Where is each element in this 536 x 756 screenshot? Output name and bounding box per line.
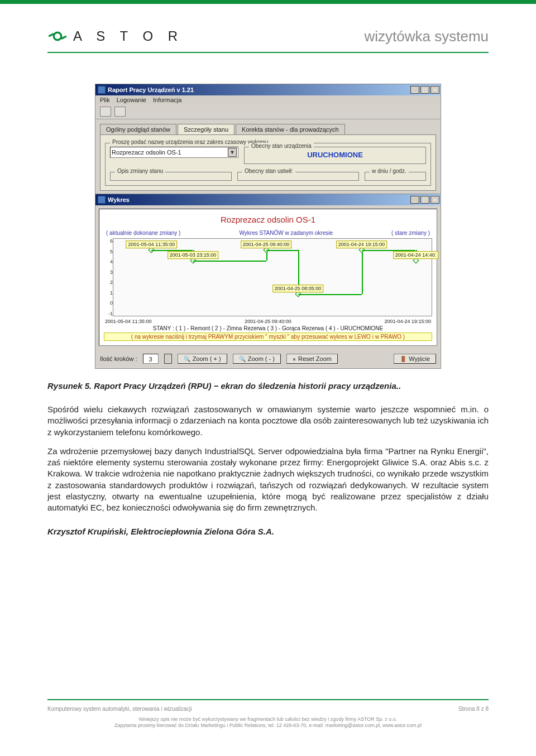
chart-close-button[interactable]: × — [430, 196, 439, 204]
chart-callout: 2001-04-25 09:40:00 — [241, 240, 292, 248]
reset-zoom-icon: ✕ — [293, 356, 296, 362]
xlabel: 2001-04-24 19:15:00 — [384, 319, 431, 324]
steps-label: Ilość kroków : — [100, 355, 137, 362]
figure-caption: Rysunek 5. Raport Pracy Urządzeń (RPU) −… — [47, 381, 489, 391]
zoom-out-icon: 🔍 — [239, 356, 246, 362]
toolbar-button-2[interactable] — [114, 107, 126, 117]
chart-callout: 2001-05-03 23:15:00 — [168, 252, 219, 259]
tab-ogolny[interactable]: Ogólny podgląd stanów — [100, 124, 176, 134]
ytick: 6 — [105, 238, 113, 244]
ytick: 5 — [105, 249, 113, 254]
opis-zmiany-legend: Opis zmiany stanu — [115, 168, 165, 174]
minimize-button[interactable]: _ — [410, 86, 419, 94]
page-footer: Komputerowy system automatyki, sterowani… — [47, 682, 489, 729]
ytick: -1 — [105, 311, 113, 316]
tab-panel: Proszę podać nazwę urządzenia oraz zakre… — [100, 134, 436, 191]
chart-plot-area[interactable]: 2001-05-04 11:35:002001-05-03 23:15:0020… — [113, 238, 432, 316]
zoom-in-label: Zoom ( + ) — [193, 355, 221, 362]
close-button[interactable]: × — [430, 86, 439, 94]
chart-callout: 2001-04-24 19:15:00 — [336, 240, 387, 248]
device-range-legend: Proszę podać nazwę urządzenia oraz zakre… — [110, 139, 271, 145]
device-range-fieldset: Proszę podać nazwę urządzenia oraz zakre… — [105, 143, 431, 186]
ustawil-fieldset: Obecny stan ustwił: — [237, 172, 359, 181]
document-section-label: wizytówka systemu — [365, 28, 489, 45]
device-combo[interactable]: Rozprezacz odsolin OS-1 ▼ — [110, 147, 238, 158]
chart-x-axis-labels: 2001-05-04 11:35:00 2001-04-25 09:40:00 … — [105, 319, 431, 324]
chart-line-segment — [266, 250, 298, 251]
chart-label-center: Wykres STANÓW w zadanym okresie — [239, 230, 333, 236]
exit-label: Wyjście — [409, 355, 430, 362]
zoom-in-icon: 🔍 — [184, 356, 190, 362]
dniu-fieldset: w dniu / godz. — [365, 172, 426, 181]
dniu-legend: w dniu / godz. — [370, 168, 409, 174]
tab-korekta[interactable]: Korekta stanów - dla prowadzących — [236, 124, 345, 134]
chart-window: Wykres _ □ × Rozprezacz odsolin OS-1 ( a… — [95, 194, 441, 369]
chart-line-segment — [298, 294, 362, 295]
body-text: Spośród wielu ciekawych rozwiązań zastos… — [47, 404, 489, 521]
chart-line-segment — [362, 250, 363, 294]
footer-left: Komputerowy system automatyki, sterowani… — [47, 706, 192, 712]
top-border-bar — [0, 0, 536, 4]
ytick: 0 — [105, 300, 113, 306]
zoom-out-label: Zoom ( - ) — [248, 355, 275, 362]
chart-body: Rozprezacz odsolin OS-1 ( aktualnie doko… — [99, 209, 437, 346]
tab-szczegoly[interactable]: Szczegóły stanu — [178, 124, 234, 134]
exit-button[interactable]: 🚪Wyjście — [394, 354, 436, 364]
menu-informacja[interactable]: Informacja — [153, 97, 181, 103]
paragraph: Za wdrożenie przemysłowej bazy danych In… — [47, 446, 489, 514]
reset-zoom-button[interactable]: ✕Reset Zoom — [286, 354, 338, 364]
author-line: Krzysztof Krupiński, Elektrociepłownia Z… — [47, 527, 489, 536]
menu-bar: Plik Logowanie Informacja — [95, 95, 441, 104]
chart-line-segment — [151, 250, 193, 251]
chart-callout: 2001-04-24 14:40: — [393, 252, 439, 259]
ytick: 1 — [105, 290, 113, 296]
steps-spinner[interactable] — [164, 354, 172, 364]
chart-window-title: Wykres — [108, 196, 130, 203]
chart-window-titlebar: Wykres _ □ × — [95, 194, 441, 205]
chart-minimize-button[interactable]: _ — [410, 196, 419, 204]
chart-header-labels: ( aktualnie dokonane zmiany ) Wykres STA… — [104, 230, 432, 238]
footer-page-number: Strona 8 z 8 — [458, 706, 489, 712]
chart-callout: 2001-04-25 08:05:00 — [272, 285, 324, 292]
current-status-value: URUCHOMIONE — [249, 151, 421, 159]
ustawil-legend: Obecny stan ustwił: — [242, 168, 295, 174]
chart-line-segment — [193, 261, 266, 262]
xlabel: 2001-05-04 11:35:00 — [105, 319, 152, 324]
chart-title: Rozprezacz odsolin OS-1 — [104, 213, 432, 230]
chevron-down-icon[interactable]: ▼ — [228, 148, 237, 157]
main-window-titlebar: Raport Pracy Urządzeń v 1.21 _ □ × — [95, 84, 441, 95]
chart-maximize-button[interactable]: □ — [420, 196, 429, 204]
zoom-out-button[interactable]: 🔍Zoom ( - ) — [233, 354, 281, 364]
ytick: 4 — [105, 259, 113, 264]
menu-plik[interactable]: Plik — [100, 97, 110, 103]
steps-input[interactable]: 3 — [143, 354, 159, 364]
main-app-window: Raport Pracy Urządzeń v 1.21 _ □ × Plik … — [95, 84, 441, 196]
brand-logo: A S T O R — [47, 26, 183, 46]
xlabel: 2001-04-25 09:40:00 — [245, 319, 291, 324]
page-header: A S T O R wizytówka systemu — [47, 26, 489, 46]
chart-label-left: ( aktualnie dokonane zmiany ) — [106, 230, 180, 236]
reset-zoom-label: Reset Zoom — [298, 355, 332, 362]
header-divider — [47, 52, 489, 53]
toolbar — [95, 104, 441, 119]
brand-logo-text: A S T O R — [73, 28, 183, 44]
footer-legal-2: Zapytania prosimy kierować do Działu Mar… — [47, 723, 489, 729]
ytick: 2 — [105, 280, 113, 285]
toolbar-button-1[interactable] — [100, 107, 111, 117]
chart-line-segment — [362, 250, 416, 251]
chart-callout: 2001-05-04 11:35:00 — [126, 240, 178, 248]
paragraph: Spośród wielu ciekawych rozwiązań zastos… — [47, 404, 489, 438]
opis-zmiany-fieldset: Opis zmiany stanu — [110, 172, 232, 181]
embedded-screenshot: Raport Pracy Urządzeń v 1.21 _ □ × Plik … — [95, 84, 441, 369]
current-status-fieldset: Obecny stan urządzenia URUCHOMIONE — [244, 147, 426, 164]
maximize-button[interactable]: □ — [420, 86, 429, 94]
footer-divider — [47, 699, 489, 700]
chart-hint: ( na wykresie naciśnij i trzymaj PRAWYM … — [104, 333, 432, 341]
chart-y-axis: 6 5 4 3 2 1 0 -1 — [105, 238, 113, 316]
zoom-in-button[interactable]: 🔍Zoom ( + ) — [178, 354, 227, 364]
menu-logowanie[interactable]: Logowanie — [117, 97, 146, 103]
tab-bar: Ogólny podgląd stanów Szczegóły stanu Ko… — [100, 124, 436, 134]
footer-legal-1: Niniejszy opis nie może być wykorzystywa… — [47, 716, 489, 723]
astor-logo-icon — [47, 26, 68, 46]
current-status-legend: Obecny stan urządzenia — [249, 143, 314, 149]
